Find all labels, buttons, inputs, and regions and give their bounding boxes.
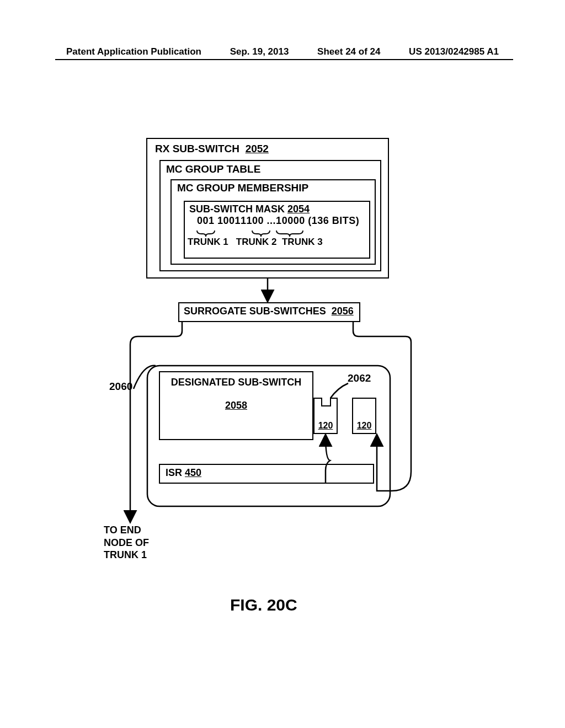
isr-ref: 450 xyxy=(185,467,201,478)
port2-ref: 120 xyxy=(357,421,372,430)
rx-title: RX SUB-SWITCH xyxy=(155,143,239,154)
rx-ref: 2052 xyxy=(246,143,269,154)
trunk1-label: TRUNK 1 xyxy=(188,237,228,247)
pub-num: US 2013/0242985 A1 xyxy=(409,46,499,57)
figure-label: FIG. 20C xyxy=(230,596,297,614)
rx-sub-switch-box: RX SUB-SWITCH 2052 MC GROUP TABLE MC GRO… xyxy=(146,138,389,279)
end-node-l3: TRUNK 1 xyxy=(104,549,147,560)
sub-switch-mask-box: SUB-SWITCH MASK 2054 001 10011100 ...100… xyxy=(184,201,370,259)
header-rule xyxy=(55,59,513,60)
end-node-l1: TO END xyxy=(104,524,141,536)
sheet-num: Sheet 24 of 24 xyxy=(317,46,380,57)
port1-notch xyxy=(321,398,331,406)
trunk3-label: TRUNK 3 xyxy=(282,237,323,247)
surrogate-ref: 2056 xyxy=(332,306,354,317)
isr-label: ISR xyxy=(166,467,182,478)
mask-ref: 2054 xyxy=(287,204,310,215)
mc-group-table-box: MC GROUP TABLE MC GROUP MEMBERSHIP SUB-S… xyxy=(159,160,381,271)
port1-ref: 120 xyxy=(318,421,333,430)
trunk2-label: TRUNK 2 xyxy=(236,237,277,247)
port-box-1: 120 xyxy=(313,398,338,434)
page-header: Patent Application Publication Sep. 19, … xyxy=(0,46,565,57)
end-node-l2: NODE OF xyxy=(104,537,149,548)
pub-type: Patent Application Publication xyxy=(66,46,201,57)
mc-membership-title: MC GROUP MEMBERSHIP xyxy=(172,180,375,194)
designated-label: DESIGNATED SUB-SWITCH xyxy=(171,377,302,388)
surrogate-label: SURROGATE SUB-SWITCHES xyxy=(184,306,326,317)
designated-sub-switch-box: DESIGNATED SUB-SWITCH 2058 xyxy=(159,371,313,440)
surrogate-box: SURROGATE SUB-SWITCHES 2056 xyxy=(178,302,360,322)
mc-membership-box: MC GROUP MEMBERSHIP SUB-SWITCH MASK 2054… xyxy=(170,179,376,265)
diagram: RX SUB-SWITCH 2052 MC GROUP TABLE MC GRO… xyxy=(99,138,458,590)
mask-bits: 001 10011100 ...10000 (136 BITS) xyxy=(185,215,369,227)
isr-box: ISR 450 xyxy=(159,464,374,484)
chassis-box: DESIGNATED SUB-SWITCH 2058 120 120 ISR 4… xyxy=(146,366,389,506)
pub-date: Sep. 19, 2013 xyxy=(230,46,289,57)
port-box-2: 120 xyxy=(352,398,376,434)
end-node-label: TO END NODE OF TRUNK 1 xyxy=(104,524,149,561)
callout-2060: 2060 xyxy=(109,381,132,393)
callout-2062: 2062 xyxy=(348,372,371,384)
mask-title: SUB-SWITCH MASK xyxy=(189,204,285,215)
mc-group-table-title: MC GROUP TABLE xyxy=(161,161,380,175)
designated-ref: 2058 xyxy=(225,400,247,411)
